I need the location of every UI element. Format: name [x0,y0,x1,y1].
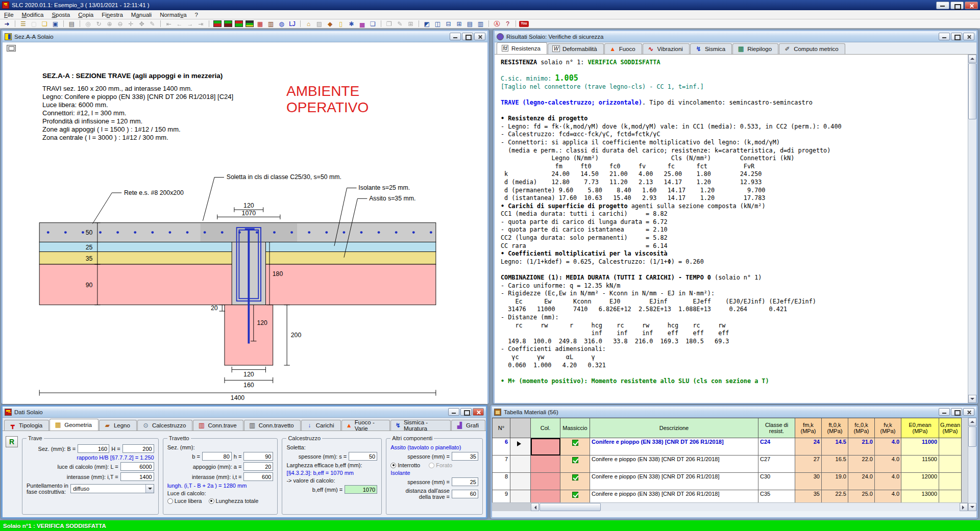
column-header-e0[interactable]: E0,mean (MPa) [901,418,939,438]
materials-table-icon[interactable]: ◆ [325,19,335,28]
materials-scrollbar-thumb[interactable] [968,426,976,447]
materials-scroll-right-button[interactable] [960,503,968,511]
soletta-spessore-input[interactable] [349,452,377,461]
nav-first-icon[interactable]: ⇤ [163,19,174,28]
section-deck-icon[interactable] [233,19,244,28]
menu-manuali[interactable]: Manuali [127,11,156,18]
open-folder-icon[interactable]: ❏ [39,19,50,28]
column-header-col[interactable]: Col. [531,418,560,438]
lj-diagram-icon[interactable]: LJ [287,19,298,28]
puntellamento-select[interactable]: diffuso [70,484,154,493]
luce-libera-radio[interactable] [167,498,173,504]
region-icon[interactable]: ▨ [314,19,325,28]
results-restore-button[interactable] [951,33,962,40]
close-button[interactable] [965,2,978,9]
dati-tab-carichi[interactable]: Carichi [301,420,341,431]
dati-tab-legno[interactable]: Legno [99,420,137,431]
massiccio-checkbox[interactable] [572,492,578,498]
stats-icon[interactable]: ⊞ [405,19,416,28]
sez-close-button[interactable] [474,33,485,40]
dati-restore-button[interactable] [460,408,472,416]
results-tab-computo-metrico[interactable]: Computo metrico [779,43,845,54]
diagram-icon[interactable]: ◍ [276,19,287,28]
forato-radio[interactable] [429,463,434,468]
distanza-asse-input[interactable] [452,490,478,498]
trave-interasse-input[interactable] [120,472,154,481]
results-tab-vibrazioni[interactable]: Vibrazioni [643,43,690,54]
menu-sposta[interactable]: Sposta [47,11,74,18]
menu-finestra[interactable]: Finestra [97,11,127,18]
help-icon[interactable]: ? [502,19,513,28]
dati-tab-grafi[interactable]: Grafi [451,420,485,431]
window-tile-horizontal-icon[interactable]: ◫ [432,19,443,28]
new-file-icon[interactable]: ▢ [29,19,39,28]
minimize-button[interactable] [936,2,949,9]
material-row[interactable]: 7Conifere e pioppo (EN 338) [CNR DT 206 … [492,456,962,473]
save-icon[interactable]: ▣ [50,19,61,28]
section-wall-icon[interactable] [244,19,255,28]
zoom-window-icon[interactable]: ◎ [83,19,93,28]
dati-tab-conn-travetto[interactable]: Conn.travetto [244,420,301,431]
material-row[interactable]: 6Conifere e pioppo (EN 338) [CNR DT 206 … [492,438,962,456]
massiccio-checkbox[interactable] [572,474,578,481]
materials-scroll-down-button[interactable] [968,503,976,511]
chart-icon[interactable]: ▅ [357,19,368,28]
menu-file[interactable]: File [0,11,18,18]
menu-copia[interactable]: Copia [74,11,97,18]
scroll-up-button[interactable] [968,55,976,63]
connector-detail-icon[interactable]: ▥ [265,19,276,28]
scrollbar-thumb[interactable] [968,63,976,119]
exit-button[interactable]: ➜ [2,19,12,28]
materials-scroll-left-button[interactable] [531,503,539,511]
dropdown-arrow-icon[interactable] [145,485,154,493]
roof-icon[interactable]: ⌂ [303,19,314,28]
trave-h-input[interactable] [122,444,154,453]
results-close-button[interactable] [963,33,974,40]
project-tree-icon[interactable]: ☰ [18,19,29,28]
cell-mass[interactable] [560,456,590,473]
results-window-titlebar[interactable]: Risultati Solaio: Verifiche di sicurezza [495,31,976,42]
materials-minimize-button[interactable] [939,408,950,416]
results-tab-sismica[interactable]: Sismica [690,43,732,54]
window-cascade-icon[interactable]: ◩ [422,19,432,28]
section-slab-icon[interactable] [223,19,233,28]
drawing-canvas[interactable]: SEZ.A-A : SEZIONE TRAVE (agli appoggi e … [3,42,487,404]
dati-close-button[interactable] [473,408,484,416]
dati-tab-conn-trave[interactable]: Conn.trave [193,420,243,431]
materials-restore-button[interactable] [951,408,962,416]
dati-tab-sismica-muratura[interactable]: Sismica - Muratura [390,420,451,431]
title-bar[interactable]: SLC 2020.01.1: Esempio_3 ( 13/01/2021 - … [0,0,980,10]
window-tile-vertical-icon[interactable]: ⊟ [443,19,454,28]
print-icon[interactable]: ▤ [66,19,77,28]
material-row[interactable]: 8Conifere e pioppo (EN 338) [CNR DT 206 … [492,473,962,490]
materials-scroll-up-button[interactable] [968,418,976,426]
menu-modifica[interactable]: Modifica [18,11,48,18]
edit-icon[interactable]: ✎ [395,19,405,28]
dati-tab-tipologia[interactable]: Tipologia [4,420,49,431]
column-header-fv[interactable]: fv,k (MPa) [875,418,901,438]
menu-normativa[interactable]: Normativa [156,11,190,18]
window-max-vertical-icon[interactable]: ▤ [464,19,475,28]
pan-icon[interactable]: ✥ [136,19,147,28]
sez-minimize-button[interactable] [450,33,461,40]
options-gears-icon[interactable]: ✱ [346,19,357,28]
column-icon[interactable]: ▯ [335,19,346,28]
dati-minimize-button[interactable] [448,408,459,416]
pdf-icon[interactable]: Ⓐ [492,19,502,28]
materials-window-titlebar[interactable]: Tabella Materiali (56) [492,407,976,418]
column-header-n[interactable]: N° [492,418,510,438]
youtube-icon[interactable]: You [519,19,529,28]
nav-prev-icon[interactable]: ← [174,19,185,28]
massiccio-checkbox[interactable] [572,440,578,446]
trave-luce-input[interactable] [120,462,154,471]
copy-results-icon[interactable]: ❐ [384,19,395,28]
zoom-in-icon[interactable]: ⊕ [104,19,115,28]
travetto-h-input[interactable] [243,452,273,461]
results-tab-riepilogo[interactable]: Riepilogo [732,43,778,54]
results-tab-deformabilit[interactable]: Deformabilità [548,43,604,54]
results-vertical-scrollbar[interactable] [968,55,976,403]
zoom-extents-icon[interactable]: ✛ [126,19,136,28]
travetto-appoggio-input[interactable] [243,462,273,471]
sez-restore-button[interactable] [462,33,473,40]
scroll-down-button[interactable] [968,395,976,403]
